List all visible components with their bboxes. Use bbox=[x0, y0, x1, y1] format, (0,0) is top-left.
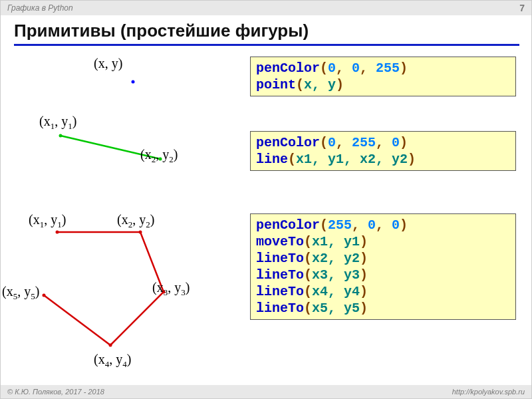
code-fn: lineTo bbox=[256, 267, 304, 283]
slide-footer: © К.Ю. Поляков, 2017 - 2018 http://kpoly… bbox=[1, 385, 531, 398]
figures-panel: (x, y) (x1, y1) (x2, y2) (x1, y1) (x2, y… bbox=[1, 53, 240, 385]
code-fn: lineTo bbox=[256, 301, 304, 316]
svg-point-0 bbox=[132, 80, 135, 84]
code-block-line: penColor(0, 255, 0) line(x1, y1, x2, y2) bbox=[250, 131, 516, 171]
slide-title: Примитивы (простейшие фигуры) bbox=[14, 21, 519, 46]
code-fn: lineTo bbox=[256, 284, 304, 299]
course-title: Графика в Python bbox=[7, 3, 73, 13]
code-block-point: penColor(0, 0, 255) point(x, y) bbox=[250, 57, 516, 96]
slide-content: (x, y) (x1, y1) (x2, y2) (x1, y1) (x2, y… bbox=[1, 53, 531, 385]
code-fn: point bbox=[256, 77, 296, 92]
svg-point-5 bbox=[139, 231, 142, 234]
code-fn: penColor bbox=[256, 135, 320, 150]
svg-point-4 bbox=[56, 231, 59, 234]
code-fn: moveTo bbox=[256, 234, 304, 249]
copyright: © К.Ю. Поляков, 2017 - 2018 bbox=[7, 388, 104, 396]
label-poly-p2: (x2, y2) bbox=[117, 212, 154, 230]
label-poly-p4: (x4, y4) bbox=[94, 352, 131, 370]
point-figure bbox=[130, 79, 136, 84]
label-line-p2: (x2, y2) bbox=[140, 147, 178, 165]
label-poly-p5: (x5, y5) bbox=[2, 284, 39, 302]
slide-header: Графика в Python 7 bbox=[1, 1, 531, 15]
code-fn: line bbox=[256, 152, 288, 167]
code-fn: penColor bbox=[256, 61, 320, 76]
label-point: (x, y) bbox=[94, 56, 122, 71]
svg-point-2 bbox=[59, 134, 63, 138]
code-fn: lineTo bbox=[256, 251, 304, 266]
code-fn: penColor bbox=[256, 217, 320, 233]
code-block-polyline: penColor(255, 0, 0) moveTo(x1, y1) lineT… bbox=[250, 213, 516, 320]
label-poly-p3: (x3, y3) bbox=[152, 280, 190, 298]
svg-point-8 bbox=[43, 294, 46, 297]
svg-point-7 bbox=[109, 344, 112, 347]
label-poly-p1: (x1, y1) bbox=[29, 212, 66, 230]
page-number: 7 bbox=[519, 3, 525, 13]
footer-url: http://kpolyakov.spb.ru bbox=[452, 388, 525, 396]
label-line-p1: (x1, y1) bbox=[39, 114, 76, 132]
